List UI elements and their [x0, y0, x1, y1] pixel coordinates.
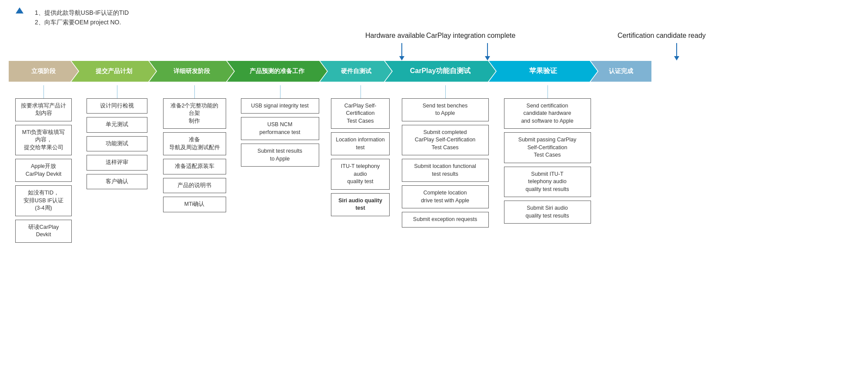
box-tijiao-4: 送样评审	[87, 155, 147, 171]
phase-yingjiancetest: 硬件自测试	[320, 61, 392, 82]
box-cert-2: Submit passing CarPlaySelf-Certification…	[504, 132, 591, 163]
phase-lixiang-label: 立项阶段	[31, 67, 56, 75]
box-cert-4-text: Submit Siri audioquality test results	[525, 205, 569, 219]
box-tijiao-2-text: 单元测试	[106, 121, 128, 127]
milestone-row: Hardware available CarPlay integration c…	[9, 32, 859, 60]
line-tijiao	[117, 85, 117, 98]
box-zhunbei-3: Submit test resultsto Apple	[241, 144, 319, 167]
box-zhunbei-2-text: USB NCMperformance test	[260, 121, 300, 135]
column-tijiao: 设计同行检视 单元测试 功能测试 送样评审 客户确认	[78, 85, 156, 243]
box-yanfa-3-text: 准备适配原装车	[175, 163, 214, 169]
box-cert-3-text: Submit ITU-Ttelephony audioquality test …	[525, 171, 569, 192]
box-tijiao-1: 设计同行检视	[87, 98, 147, 114]
content-area: 按要求填写产品计划内容 MTi负责审核填写内容，提交给苹果公司 Apple开放C…	[9, 82, 859, 243]
phase-tijiao-label: 提交产品计划	[96, 67, 132, 75]
box-yingjian-2: Location information test	[331, 132, 390, 155]
phase-apple-label: 苹果验证	[529, 67, 557, 76]
box-apple-4: Complete locationdrive test with Apple	[402, 185, 489, 208]
box-lixiang-4: 如没有TID，安排USB IF认证(3-4周)	[15, 185, 72, 216]
box-yingjian-4: Siri audio quality test	[331, 193, 390, 216]
box-tijiao-1-text: 设计同行检视	[100, 103, 134, 109]
phase-tijiao: 提交产品计划	[71, 61, 156, 82]
arrow-shaft-cp	[487, 43, 488, 56]
phase-yingjian-label: 硬件自测试	[341, 67, 371, 75]
box-yingjian-1: CarPlay Self-CertificationTest Cases	[331, 98, 390, 129]
column-yingjian: CarPlay Self-CertificationTest Cases Loc…	[327, 85, 394, 243]
box-tijiao-5-text: 客户确认	[106, 178, 128, 184]
box-cert-1-text: Send certificationcandidate hardwareand …	[521, 103, 573, 124]
box-yanfa-1: 准备2个完整功能的台架制作	[163, 98, 226, 129]
box-cert-1: Send certificationcandidate hardwareand …	[504, 98, 591, 129]
box-tijiao-3-text: 功能测试	[106, 141, 128, 147]
line-zhunbei	[280, 85, 280, 98]
line-apple	[445, 85, 446, 98]
box-yingjian-3: ITU-T telephony audioquality test	[331, 159, 390, 190]
box-yingjian-2-text: Location information test	[336, 137, 385, 151]
milestone-cert: Certification candidate ready	[618, 32, 706, 40]
milestone-hardware-label: Hardware available	[365, 32, 425, 39]
arrow-shaft-cert	[676, 43, 677, 56]
top-notes: 1、提供此款导航USB-IF认证的TID 2、向车厂索要OEM project …	[9, 8, 859, 27]
phase-zhunbei: 产品预测的准备工作	[227, 61, 327, 82]
timeline: 立项阶段 提交产品计划 详细研发阶段 产品预测的准备工作 硬件自测试 CarPl…	[9, 61, 859, 82]
box-zhunbei-2: USB NCMperformance test	[241, 117, 319, 140]
box-apple-3-text: Submit location functionaltest results	[414, 163, 476, 177]
milestone-carplay-arrow	[485, 43, 490, 60]
box-apple-2: Submit completedCarPlay Self-Certificati…	[402, 125, 489, 156]
phase-cert-complete: 认证完成	[591, 61, 651, 82]
box-lixiang-1: 按要求填写产品计划内容	[15, 98, 72, 121]
box-cert-2-text: Submit passing CarPlaySelf-Certification…	[518, 137, 576, 158]
box-apple-5-text: Submit exception requests	[413, 216, 477, 222]
box-apple-5: Submit exception requests	[402, 212, 489, 228]
note-line2: 2、向车厂索要OEM project NO.	[35, 17, 859, 27]
milestone-hardware-arrow	[399, 43, 404, 60]
phase-cert-label: 认证完成	[609, 67, 633, 75]
column-cert: Send certificationcandidate hardwareand …	[496, 85, 598, 243]
box-lixiang-3-text: Apple开放CarPlay Devkit	[26, 163, 62, 177]
box-yingjian-4-text: Siri audio quality test	[338, 198, 382, 211]
arrow-head	[16, 7, 23, 13]
note-line1: 1、提供此款导航USB-IF认证的TID	[35, 8, 859, 17]
box-zhunbei-1: USB signal integrity test	[241, 98, 319, 114]
box-yanfa-2-text: 准备导航及周边测试配件	[169, 137, 220, 151]
phase-lixiang: 立项阶段	[9, 61, 78, 82]
box-tijiao-5: 客户确认	[87, 174, 147, 190]
line-yanfa	[194, 85, 195, 98]
phase-carplay-test: CarPlay功能自测试	[385, 61, 496, 82]
box-lixiang-3: Apple开放CarPlay Devkit	[15, 159, 72, 182]
arrow-shaft-hw	[401, 43, 402, 56]
phase-carplay-label: CarPlay功能自测试	[410, 67, 471, 76]
box-yanfa-2: 准备导航及周边测试配件	[163, 132, 226, 155]
phase-yanfa-label: 详细研发阶段	[174, 67, 210, 75]
box-apple-2-text: Submit completedCarPlay Self-Certificati…	[415, 129, 476, 151]
box-yanfa-4: 产品的说明书	[163, 178, 226, 194]
box-lixiang-5: 研读CarPlay Devkit	[15, 220, 72, 243]
box-lixiang-2-text: MTi负责审核填写内容，提交给苹果公司	[22, 129, 65, 151]
box-tijiao-3: 功能测试	[87, 136, 147, 152]
arrow-head-cp	[485, 56, 490, 60]
phase-yanfa: 详细研发阶段	[149, 61, 234, 82]
column-apple: Send test benchesto Apple Submit complet…	[394, 85, 496, 243]
box-lixiang-5-text: 研读CarPlay Devkit	[28, 224, 59, 238]
box-yanfa-4-text: 产品的说明书	[177, 182, 211, 188]
line-lixiang	[43, 85, 44, 98]
box-zhunbei-1-text: USB signal integrity test	[251, 103, 309, 109]
box-yanfa-1-text: 准备2个完整功能的台架制作	[170, 103, 219, 124]
arrow-head-hw	[399, 56, 404, 60]
box-yanfa-5-text: MTi确认	[184, 201, 204, 207]
box-cert-3: Submit ITU-Ttelephony audioquality test …	[504, 167, 591, 198]
box-lixiang-4-text: 如没有TID，安排USB IF认证(3-4周)	[23, 190, 63, 211]
box-yanfa-3: 准备适配原装车	[163, 159, 226, 174]
milestone-carplay: CarPlay integration complete	[426, 32, 515, 40]
phase-zhunbei-label: 产品预测的准备工作	[250, 67, 304, 75]
box-apple-4-text: Complete locationdrive test with Apple	[421, 190, 469, 204]
milestone-hardware: Hardware available	[365, 32, 425, 40]
milestone-carplay-label: CarPlay integration complete	[426, 32, 515, 39]
box-zhunbei-3-text: Submit test resultsto Apple	[257, 148, 302, 162]
main-container: 1、提供此款导航USB-IF认证的TID 2、向车厂索要OEM project …	[0, 0, 868, 251]
box-yingjian-3-text: ITU-T telephony audioquality test	[341, 163, 380, 184]
box-tijiao-4-text: 送样评审	[106, 159, 128, 165]
box-yanfa-5: MTi确认	[163, 197, 226, 212]
box-apple-3: Submit location functionaltest results	[402, 159, 489, 182]
column-lixiang: 按要求填写产品计划内容 MTi负责审核填写内容，提交给苹果公司 Apple开放C…	[9, 85, 78, 243]
